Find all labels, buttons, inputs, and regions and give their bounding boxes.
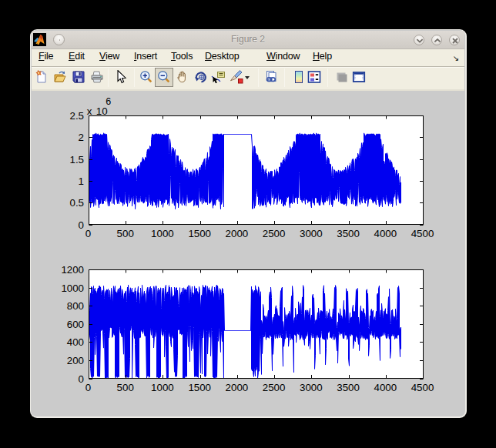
svg-text:800: 800 bbox=[67, 300, 84, 312]
svg-text:2000: 2000 bbox=[226, 228, 249, 239]
svg-text:0: 0 bbox=[85, 382, 91, 393]
svg-text:6: 6 bbox=[106, 96, 111, 107]
svg-text:1000: 1000 bbox=[151, 382, 174, 393]
svg-text:1500: 1500 bbox=[188, 382, 211, 393]
svg-text:4500: 4500 bbox=[411, 382, 434, 393]
svg-text:2000: 2000 bbox=[226, 382, 249, 393]
svg-text:1: 1 bbox=[79, 176, 84, 187]
svg-text:1.5: 1.5 bbox=[70, 154, 85, 165]
svg-text:1500: 1500 bbox=[188, 228, 211, 239]
svg-text:500: 500 bbox=[117, 382, 134, 393]
svg-text:0: 0 bbox=[79, 219, 84, 231]
svg-text:400: 400 bbox=[67, 336, 84, 348]
svg-text:2500: 2500 bbox=[263, 228, 286, 239]
svg-text:0.5: 0.5 bbox=[70, 197, 85, 209]
svg-text:4000: 4000 bbox=[374, 228, 397, 239]
svg-text:4500: 4500 bbox=[411, 228, 434, 239]
svg-text:500: 500 bbox=[117, 228, 134, 239]
svg-text:3500: 3500 bbox=[337, 382, 360, 393]
svg-text:10: 10 bbox=[96, 105, 108, 117]
svg-text:3000: 3000 bbox=[300, 382, 323, 393]
svg-text:0: 0 bbox=[79, 373, 84, 385]
svg-text:200: 200 bbox=[67, 355, 84, 366]
svg-text:600: 600 bbox=[67, 319, 84, 330]
svg-text:2: 2 bbox=[79, 132, 84, 143]
svg-text:1200: 1200 bbox=[61, 264, 84, 276]
svg-text:2.5: 2.5 bbox=[70, 110, 85, 122]
svg-text:4000: 4000 bbox=[374, 382, 397, 393]
svg-text:x: x bbox=[87, 105, 92, 117]
svg-text:2500: 2500 bbox=[263, 382, 286, 393]
svg-text:1000: 1000 bbox=[61, 283, 84, 294]
svg-text:3500: 3500 bbox=[337, 228, 360, 239]
svg-text:0: 0 bbox=[85, 228, 91, 239]
svg-text:3000: 3000 bbox=[300, 228, 323, 239]
svg-text:1000: 1000 bbox=[151, 228, 174, 239]
